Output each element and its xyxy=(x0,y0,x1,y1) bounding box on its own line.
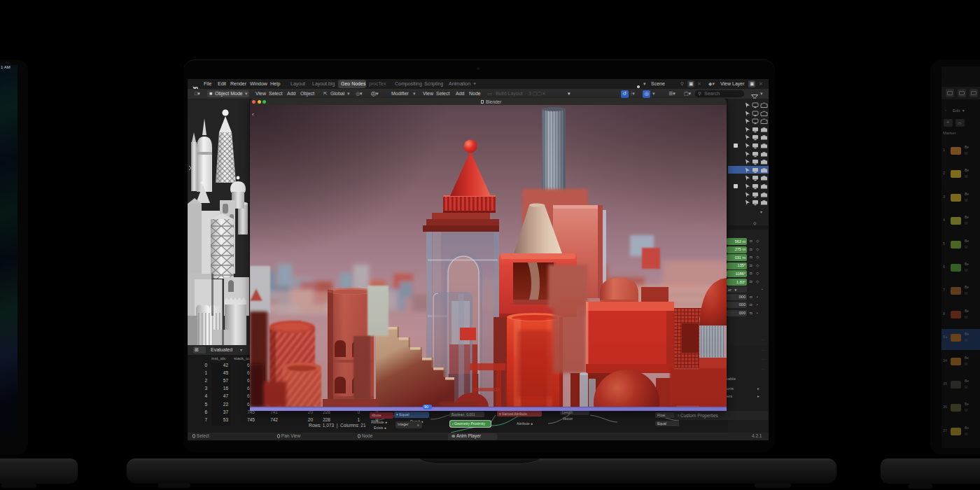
svg-text:‹: ‹ xyxy=(252,111,254,118)
